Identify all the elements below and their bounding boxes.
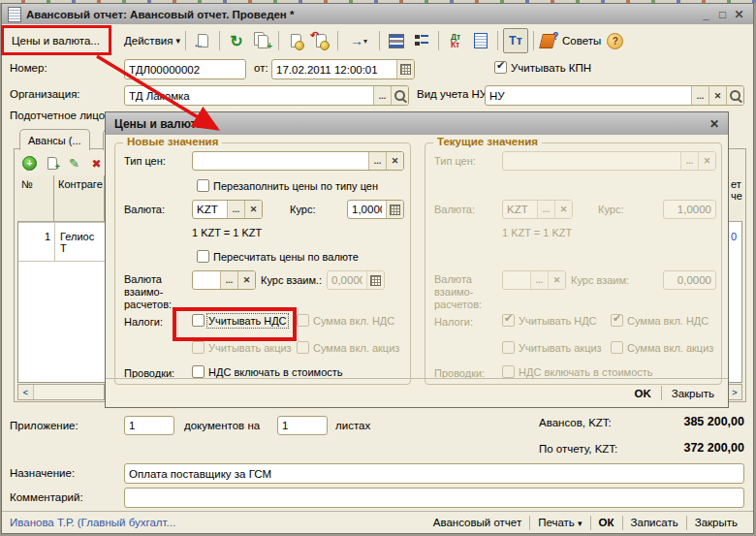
ellipsis-button[interactable]: ... xyxy=(227,201,244,218)
toolbar-separator xyxy=(337,31,338,50)
table-cell-contractor[interactable]: Гелиос Т xyxy=(56,228,105,257)
table-hscrollbar-right[interactable]: > xyxy=(727,384,742,400)
purpose-input[interactable] xyxy=(125,464,743,483)
table-cell-num[interactable]: 1 xyxy=(17,228,54,245)
question-glyph: ? xyxy=(552,31,558,42)
write-document-icon[interactable]: ← xyxy=(191,29,214,52)
undo-glyph: ↶ xyxy=(310,30,319,41)
cur-mutual-rate-field xyxy=(663,270,716,290)
price-type-input[interactable] xyxy=(193,152,368,170)
dialog-ok-button[interactable]: OK xyxy=(634,388,650,399)
docs-count-input[interactable] xyxy=(125,417,173,434)
table-header-contractor[interactable]: Контраге xyxy=(54,175,105,222)
docs-text: документов на xyxy=(184,420,260,431)
document-icon xyxy=(8,7,21,22)
grid-line xyxy=(18,261,105,262)
currency-input[interactable] xyxy=(193,201,227,218)
dialog-close-icon[interactable]: ✕ xyxy=(709,117,719,131)
table-header-num[interactable]: № xyxy=(17,175,54,222)
sheets-count-input[interactable] xyxy=(278,417,327,434)
clear-icon[interactable]: ✕ xyxy=(237,271,255,289)
number-input[interactable] xyxy=(125,60,245,79)
kpn-checkbox[interactable]: ✔ xyxy=(494,61,507,74)
search-icon[interactable] xyxy=(726,86,743,105)
coin-glyph xyxy=(320,41,330,50)
cur-taxes-label: Налоги: xyxy=(434,316,473,328)
mutual-currency-label-2: взаимо- xyxy=(124,286,163,298)
table-header-fragment: ет че xyxy=(729,175,742,222)
tab-advances[interactable]: Авансы (... xyxy=(19,129,90,150)
copy-document-icon[interactable]: + xyxy=(250,29,273,52)
cur-excise-label: Учитывать акциз xyxy=(519,342,602,354)
goto-icon[interactable]: →▾ xyxy=(343,29,374,52)
clear-icon: ✕ xyxy=(548,271,565,289)
vat-in-cost-checkbox[interactable] xyxy=(192,365,205,378)
price-type-field: ... ✕ xyxy=(192,151,404,171)
dt-kt-postings-icon[interactable]: ДтКт xyxy=(444,29,467,52)
clear-icon[interactable]: ✕ xyxy=(709,86,726,105)
help-icon[interactable]: ? xyxy=(607,33,623,49)
vat-in-cost-label: НДС включать в стоимость xyxy=(208,366,343,378)
refresh-icon[interactable]: ↻ xyxy=(225,29,248,52)
dialog-close-button[interactable]: Закрыть xyxy=(672,388,714,399)
ellipsis-button[interactable]: ... xyxy=(691,86,709,105)
mutual-currency-field: ... ✕ xyxy=(192,270,256,290)
tips-book-icon[interactable]: ? xyxy=(539,29,556,52)
settings-list-icon[interactable] xyxy=(410,29,433,52)
actions-button[interactable]: Действия ▾ xyxy=(118,29,186,51)
sheets-count-field xyxy=(277,416,328,435)
cur-rate-field xyxy=(663,200,716,219)
calendar-icon[interactable] xyxy=(396,60,414,79)
maximize-icon[interactable]: □ xyxy=(714,8,731,21)
cur-rate-input xyxy=(664,201,715,218)
scroll-left-icon[interactable]: < xyxy=(18,385,34,399)
nu-input[interactable] xyxy=(486,86,691,105)
dialog-title-bar: Цены и валюта * ✕ xyxy=(106,112,728,135)
ellipsis-button[interactable]: ... xyxy=(368,152,386,170)
date-input[interactable] xyxy=(272,60,396,79)
ellipsis-button[interactable]: ... xyxy=(220,271,237,289)
clear-icon[interactable]: ✕ xyxy=(386,152,403,170)
clear-icon[interactable]: ✕ xyxy=(244,201,262,218)
search-icon[interactable] xyxy=(391,86,408,105)
ellipsis-button[interactable]: ... xyxy=(373,86,391,105)
rate-input[interactable] xyxy=(348,201,386,218)
tips-label[interactable]: Советы xyxy=(562,35,601,47)
checklist-glyph xyxy=(415,35,428,47)
close-button[interactable]: Закрыть xyxy=(687,517,745,528)
prices-currency-button[interactable]: Цены и валюта... xyxy=(6,29,106,51)
vat-label[interactable]: Учитывать НДС xyxy=(208,315,287,327)
delete-row-icon[interactable]: ✖ xyxy=(88,155,105,172)
close-icon[interactable]: ✕ xyxy=(731,8,747,21)
add-row-icon[interactable]: + xyxy=(21,155,38,172)
cur-mutual-label-3: расчетов: xyxy=(434,299,482,310)
scroll-right-icon[interactable]: > xyxy=(728,385,741,399)
ellipsis-button: ... xyxy=(680,152,698,170)
save-button[interactable]: Записать xyxy=(623,517,686,528)
ok-button[interactable]: ОК xyxy=(591,517,622,528)
organization-input[interactable] xyxy=(125,86,373,105)
refill-prices-checkbox[interactable] xyxy=(197,179,209,192)
edit-row-icon[interactable]: ✎ xyxy=(66,155,82,172)
unpost-document-icon[interactable]: ↶ xyxy=(309,29,332,52)
minimize-icon[interactable]: _ xyxy=(698,8,714,21)
calculator-icon[interactable] xyxy=(386,201,403,218)
structure-icon[interactable] xyxy=(385,29,408,52)
mutual-currency-input[interactable] xyxy=(193,271,220,289)
table-hscrollbar-left[interactable]: < xyxy=(17,384,105,400)
responsible-link[interactable]: Иванова Т.Р. (Главный бухгалт... xyxy=(10,517,425,528)
screen: Авансовый отчет: Авансовый отчет. Провед… xyxy=(0,0,756,536)
copy-row-icon[interactable]: + xyxy=(44,155,60,172)
recalc-prices-checkbox[interactable] xyxy=(197,250,209,263)
post-document-icon[interactable] xyxy=(284,29,307,52)
totals-toggle-icon[interactable]: Тт xyxy=(503,28,528,53)
advance-report-button[interactable]: Авансовый отчет xyxy=(425,517,529,528)
check-icon: ✔ xyxy=(504,312,513,325)
vat-checkbox[interactable] xyxy=(192,314,205,327)
report-list-icon[interactable] xyxy=(469,29,492,52)
comment-input[interactable] xyxy=(125,489,743,507)
calc-grid-glyph xyxy=(370,275,381,286)
print-button[interactable]: Печать ▾ xyxy=(530,517,589,528)
cur-price-type-label: Тип цен: xyxy=(434,155,476,167)
calculator-icon xyxy=(366,271,384,289)
